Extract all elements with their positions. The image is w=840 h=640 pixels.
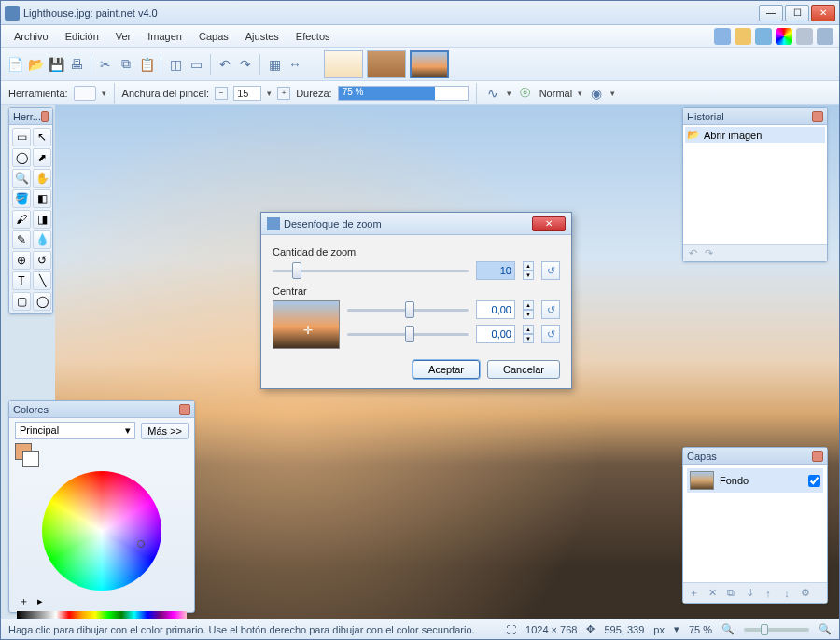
colors-window-icon[interactable] (776, 28, 792, 45)
more-button[interactable]: Más >> (141, 423, 189, 439)
lasso-tool[interactable]: ◯ (12, 148, 31, 167)
rect-tool[interactable]: ▢ (12, 292, 31, 311)
tools-window-icon[interactable] (714, 28, 731, 45)
width-input[interactable]: 15 (233, 86, 261, 101)
zoom-amount-input[interactable]: 10 (476, 261, 515, 280)
print-icon[interactable]: 🖶 (68, 56, 85, 73)
zoom-slider-thumb[interactable] (761, 624, 768, 635)
panel-close-icon[interactable] (41, 111, 49, 122)
menu-adjustments[interactable]: Ajustes (238, 29, 287, 44)
slider-thumb[interactable] (405, 326, 414, 342)
center-y-reset[interactable]: ↺ (541, 325, 560, 343)
accept-button[interactable]: Aceptar (413, 360, 480, 379)
panel-close-icon[interactable] (179, 404, 190, 415)
layer-down-icon[interactable]: ↓ (780, 587, 793, 600)
redo-icon[interactable]: ↷ (237, 56, 254, 73)
colors-panel[interactable]: Colores Principal▾ Más >> ＋ ▸ (8, 400, 195, 613)
bucket-tool[interactable]: 🪣 (12, 189, 31, 208)
history-window-icon[interactable] (735, 28, 751, 45)
zoom-out-icon[interactable]: 🔍 (721, 623, 735, 635)
zoom-level[interactable]: 75 % (689, 624, 712, 635)
antialias-icon[interactable]: ∿ (484, 85, 501, 102)
copy-icon[interactable]: ⧉ (118, 56, 134, 73)
menu-image[interactable]: Imagen (140, 29, 189, 44)
center-y-input[interactable]: 0,00 (476, 325, 515, 343)
menu-file[interactable]: Archivo (7, 29, 56, 44)
settings-icon[interactable] (796, 28, 813, 45)
document-thumb-3[interactable] (410, 50, 449, 78)
crop-icon[interactable]: ◫ (167, 56, 184, 73)
menu-view[interactable]: Ver (108, 29, 139, 44)
panel-close-icon[interactable] (812, 111, 823, 122)
duplicate-layer-icon[interactable]: ⧉ (724, 587, 737, 600)
menu-layers[interactable]: Capas (191, 29, 236, 44)
center-y-spinner[interactable]: ▲▼ (523, 325, 534, 343)
width-dropdown-icon[interactable]: ▾ (267, 89, 272, 98)
undo-icon[interactable]: ↶ (217, 56, 233, 73)
color-wheel[interactable] (42, 471, 161, 591)
eraser-tool[interactable]: ◨ (33, 210, 51, 229)
gradient-tool[interactable]: ◧ (33, 189, 51, 208)
save-file-icon[interactable]: 💾 (48, 56, 64, 73)
blendmode[interactable]: Normal (539, 88, 572, 99)
zoom-amount-reset[interactable]: ↺ (541, 261, 560, 280)
cut-icon[interactable]: ✂ (97, 56, 114, 73)
paste-icon[interactable]: 📋 (138, 56, 155, 73)
center-x-spinner[interactable]: ▲▼ (523, 300, 534, 319)
layer-row[interactable]: Fondo (687, 468, 823, 493)
clone-tool[interactable]: ⊕ (12, 251, 31, 270)
layer-up-icon[interactable]: ↑ (762, 587, 775, 600)
overwrite-dropdown-icon[interactable]: ▾ (610, 89, 615, 98)
delete-layer-icon[interactable]: ✕ (706, 587, 719, 600)
pan-tool[interactable]: ✋ (33, 169, 51, 188)
zoom-tool[interactable]: 🔍 (12, 169, 31, 188)
tool-selector[interactable] (74, 86, 96, 101)
document-thumb-2[interactable] (367, 50, 406, 78)
center-crosshair-icon[interactable]: ✛ (303, 324, 313, 337)
layers-window-icon[interactable] (755, 28, 772, 45)
slider-thumb[interactable] (292, 262, 301, 279)
palette-options-icon[interactable]: ▸ (34, 594, 47, 607)
blendmode-dropdown-icon[interactable]: ▾ (578, 89, 582, 98)
redo-history-icon[interactable]: ↷ (705, 247, 713, 259)
eyedropper-tool[interactable]: 💧 (33, 230, 51, 249)
history-panel[interactable]: Historial 📂 Abrir imagen ↶ ↷ (682, 107, 828, 262)
center-preview[interactable]: ✛ (273, 300, 340, 349)
menu-effects[interactable]: Efectos (288, 29, 338, 44)
color-mode-select[interactable]: Principal▾ (15, 422, 135, 439)
antialias-dropdown-icon[interactable]: ▾ (507, 89, 511, 98)
tool-dropdown-icon[interactable]: ▾ (102, 89, 106, 98)
zoom-blur-dialog[interactable]: Desenfoque de zoom ✕ Cantidad de zoom 10… (260, 212, 572, 389)
add-layer-icon[interactable]: ＋ (687, 587, 700, 600)
close-button[interactable]: ✕ (811, 5, 835, 21)
overwrite-icon[interactable]: ◉ (588, 85, 605, 102)
minimize-button[interactable]: — (759, 5, 783, 21)
open-file-icon[interactable]: 📂 (27, 56, 44, 73)
grid-icon[interactable]: ▦ (266, 56, 283, 73)
panel-close-icon[interactable] (812, 451, 823, 462)
ruler-icon[interactable]: ↔ (287, 56, 303, 73)
new-file-icon[interactable]: 📄 (7, 56, 23, 73)
blend-icon[interactable]: ⦾ (517, 85, 534, 102)
move-tool[interactable]: ↖ (33, 128, 51, 146)
undo-history-icon[interactable]: ↶ (689, 247, 697, 259)
slider-thumb[interactable] (405, 301, 414, 318)
recolor-tool[interactable]: ↺ (33, 251, 51, 270)
center-y-slider[interactable] (347, 325, 469, 343)
document-thumb-1[interactable] (324, 50, 363, 78)
add-palette-icon[interactable]: ＋ (17, 594, 30, 607)
move-selection-tool[interactable]: ⬈ (33, 148, 51, 167)
line-tool[interactable]: ╲ (33, 271, 51, 290)
wheel-cursor[interactable] (137, 540, 145, 548)
pencil-tool[interactable]: ✎ (12, 230, 31, 249)
center-x-slider[interactable] (347, 300, 469, 319)
hardness-slider[interactable]: 75 % (338, 86, 469, 101)
layers-panel[interactable]: Capas Fondo ＋ ✕ ⧉ ⇓ ↑ ↓ ⚙ (682, 447, 828, 604)
tools-panel[interactable]: Herr... ▭ ↖ ◯ ⬈ 🔍 ✋ 🪣 ◧ 🖌 ◨ ✎ 💧 ⊕ ↺ T ╲ … (8, 107, 53, 314)
zoom-amount-spinner[interactable]: ▲▼ (523, 261, 534, 280)
zoom-slider[interactable] (744, 628, 809, 632)
layer-props-icon[interactable]: ⚙ (799, 587, 812, 600)
unit-dropdown-icon[interactable]: ▾ (674, 623, 679, 635)
brush-tool[interactable]: 🖌 (12, 210, 31, 229)
dialog-close-button[interactable]: ✕ (532, 216, 566, 231)
